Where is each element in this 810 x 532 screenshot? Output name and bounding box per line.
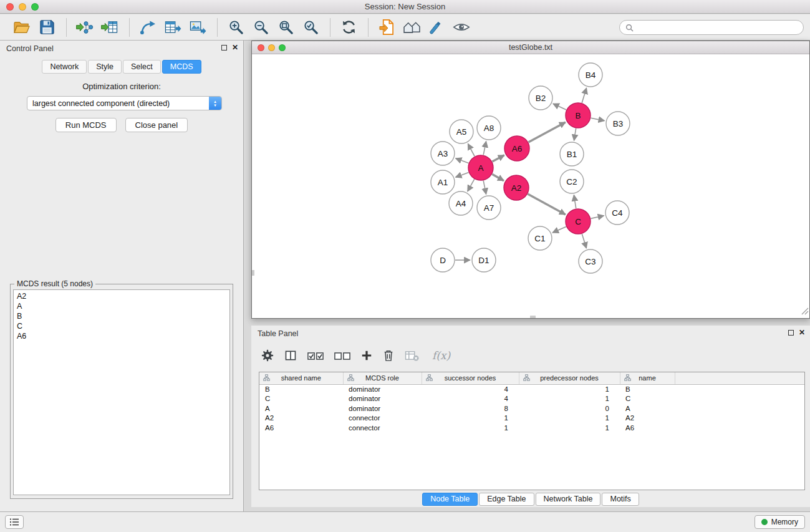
graph-edge-A-A1[interactable] bbox=[456, 172, 469, 177]
column-header-predecessor-nodes[interactable]: predecessor nodes bbox=[519, 372, 620, 384]
float-table-panel-icon[interactable] bbox=[788, 330, 794, 336]
close-window-button[interactable] bbox=[6, 3, 14, 11]
graph-node-C4[interactable]: C4 bbox=[605, 201, 629, 225]
table-row[interactable]: Cdominator41C bbox=[259, 394, 804, 404]
mcds-result-item[interactable]: A bbox=[17, 301, 226, 311]
table-tab-motifs[interactable]: Motifs bbox=[602, 493, 639, 506]
task-history-button[interactable] bbox=[5, 515, 24, 529]
table-tab-node-table[interactable]: Node Table bbox=[422, 493, 478, 506]
resize-grip[interactable] bbox=[801, 306, 809, 317]
maximize-window-button[interactable] bbox=[31, 3, 39, 11]
unselect-all-columns-button[interactable] bbox=[334, 351, 350, 361]
graph-node-C3[interactable]: C3 bbox=[579, 249, 602, 273]
control-panel-tab-style[interactable]: Style bbox=[88, 60, 122, 74]
open-session-file-button[interactable] bbox=[375, 17, 398, 38]
column-header-shared-name[interactable]: shared name bbox=[259, 372, 343, 384]
save-session-button[interactable] bbox=[35, 17, 59, 38]
close-panel-icon[interactable]: ✕ bbox=[232, 44, 238, 51]
search-box[interactable] bbox=[619, 20, 804, 35]
graph-node-A4[interactable]: A4 bbox=[449, 191, 473, 215]
graph-edge-A-A7[interactable] bbox=[483, 181, 486, 195]
mcds-result-item[interactable]: A6 bbox=[17, 331, 226, 341]
show-columns-button[interactable] bbox=[284, 349, 297, 362]
graph-edge-B-B1[interactable] bbox=[574, 128, 576, 141]
graph-node-C2[interactable]: C2 bbox=[560, 170, 584, 193]
select-all-columns-button[interactable] bbox=[307, 351, 324, 361]
graph-node-C[interactable]: C bbox=[566, 209, 591, 234]
column-header-MCDS-role[interactable]: MCDS role bbox=[343, 372, 422, 384]
close-network-window-button[interactable] bbox=[258, 44, 264, 51]
horizontal-scroll-nub[interactable] bbox=[530, 316, 536, 318]
table-settings-button[interactable] bbox=[261, 349, 274, 362]
graph-node-A7[interactable]: A7 bbox=[477, 196, 501, 220]
zoom-selected-button[interactable] bbox=[299, 17, 322, 38]
export-table-button[interactable] bbox=[161, 17, 185, 38]
graph-edge-A-A8[interactable] bbox=[483, 142, 486, 155]
minimize-network-window-button[interactable] bbox=[268, 44, 275, 51]
search-input[interactable] bbox=[637, 21, 803, 34]
zoom-fit-button[interactable] bbox=[274, 17, 297, 38]
refresh-button[interactable] bbox=[337, 17, 360, 38]
mcds-result-item[interactable]: B bbox=[17, 311, 226, 321]
graph-edge-A-A5[interactable] bbox=[468, 143, 475, 156]
delete-column-button[interactable] bbox=[383, 349, 394, 362]
import-network-button[interactable] bbox=[73, 17, 97, 38]
graph-node-C1[interactable]: C1 bbox=[528, 226, 552, 250]
table-row[interactable]: A6connector11A6 bbox=[259, 423, 804, 433]
mcds-result-list[interactable]: A2ABCA6 bbox=[13, 289, 230, 495]
control-panel-tab-select[interactable]: Select bbox=[123, 60, 161, 74]
graph-node-A3[interactable]: A3 bbox=[431, 142, 455, 165]
vertical-scroll-nub[interactable] bbox=[252, 270, 254, 276]
criterion-dropdown[interactable]: largest connected component (directed) ▴… bbox=[27, 96, 222, 110]
graph-node-A8[interactable]: A8 bbox=[477, 116, 501, 140]
control-panel-tab-mcds[interactable]: MCDS bbox=[162, 60, 201, 74]
graph-node-B4[interactable]: B4 bbox=[579, 63, 602, 87]
column-header-name[interactable]: name bbox=[620, 372, 675, 384]
graph-node-A5[interactable]: A5 bbox=[450, 120, 473, 143]
import-table-button[interactable] bbox=[98, 17, 122, 38]
mcds-result-item[interactable]: C bbox=[17, 321, 226, 331]
table-tab-network-table[interactable]: Network Table bbox=[536, 493, 601, 506]
minimize-window-button[interactable] bbox=[19, 3, 26, 11]
graph-node-A[interactable]: A bbox=[468, 155, 493, 180]
home-button[interactable] bbox=[400, 17, 423, 38]
graph-edge-B-B3[interactable] bbox=[591, 118, 605, 120]
graph-edge-A-A2[interactable] bbox=[492, 174, 504, 180]
table-tab-edge-table[interactable]: Edge Table bbox=[479, 493, 534, 506]
graph-edge-A-A3[interactable] bbox=[456, 158, 469, 163]
export-image-button[interactable] bbox=[186, 17, 210, 38]
close-panel-button[interactable]: Close panel bbox=[125, 118, 188, 132]
graph-node-A1[interactable]: A1 bbox=[431, 170, 455, 194]
graph-edge-A2-C[interactable] bbox=[528, 194, 565, 215]
network-graph[interactable]: B4B2BB3A5A8A6B1A3AC2A1A2A4A7C4CC1C3DD1 bbox=[252, 54, 809, 318]
zoom-in-button[interactable] bbox=[224, 17, 248, 38]
float-panel-icon[interactable] bbox=[221, 45, 227, 51]
graph-edge-A-A6[interactable] bbox=[493, 155, 504, 162]
zoom-out-button[interactable] bbox=[249, 17, 272, 38]
add-column-button[interactable] bbox=[361, 350, 372, 361]
show-hide-button[interactable] bbox=[450, 17, 473, 38]
graph-edge-C-C4[interactable] bbox=[591, 216, 604, 219]
graph-node-D1[interactable]: D1 bbox=[472, 248, 496, 272]
show-graphics-button[interactable] bbox=[425, 17, 448, 38]
graph-edge-A-A4[interactable] bbox=[468, 179, 475, 191]
graph-node-A2[interactable]: A2 bbox=[504, 175, 529, 200]
maximize-network-window-button[interactable] bbox=[279, 44, 286, 51]
table-row[interactable]: Adominator80A bbox=[259, 404, 804, 414]
graph-node-A6[interactable]: A6 bbox=[504, 136, 529, 161]
table-row[interactable]: Bdominator41B bbox=[259, 384, 804, 394]
column-header-successor-nodes[interactable]: successor nodes bbox=[422, 372, 519, 384]
graph-node-D[interactable]: D bbox=[431, 248, 455, 272]
graph-edge-C-C2[interactable] bbox=[574, 195, 576, 209]
function-builder-button[interactable]: f(x) bbox=[432, 349, 450, 362]
close-table-panel-icon[interactable]: ✕ bbox=[799, 329, 805, 336]
control-panel-tab-network[interactable]: Network bbox=[42, 60, 87, 74]
graph-edge-B-B4[interactable] bbox=[582, 88, 586, 103]
graph-node-B[interactable]: B bbox=[566, 103, 591, 128]
graph-edge-B-B2[interactable] bbox=[553, 104, 566, 110]
graph-edge-C-C3[interactable] bbox=[582, 234, 586, 248]
new-network-button[interactable] bbox=[136, 17, 160, 38]
memory-button[interactable]: Memory bbox=[755, 515, 805, 529]
graph-node-B3[interactable]: B3 bbox=[606, 112, 630, 135]
delete-table-button[interactable] bbox=[405, 350, 419, 362]
